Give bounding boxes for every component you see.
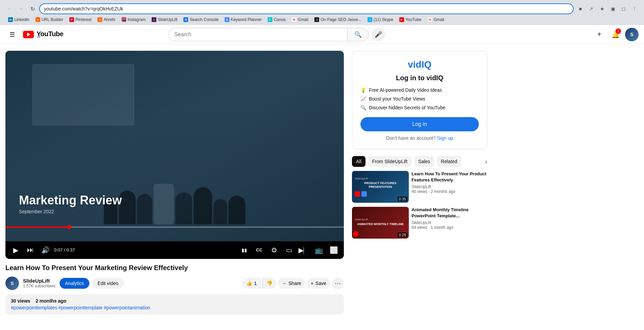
bookmark-keyword-planner[interactable]: G Keyword Planner (222, 16, 264, 23)
related-video-2[interactable]: SlideUpLift ANIMATED MONTHLY TIMELINE 0:… (352, 207, 487, 239)
related-channel-1: SlideUpLift (412, 184, 487, 189)
hamburger-button[interactable]: ☰ (5, 28, 19, 41)
bookmark-pinterest[interactable]: P Pinterest (67, 16, 94, 23)
forward-button[interactable]: → (16, 4, 26, 14)
back-button[interactable]: ← (5, 4, 14, 14)
bookmark-ahrefs[interactable]: A Ahrefs (95, 16, 118, 23)
theatre-button[interactable]: ▶⎸ (298, 244, 310, 256)
volume-button[interactable]: 🔊 (39, 244, 51, 256)
related-thumb-2: SlideUpLift ANIMATED MONTHLY TIMELINE 0:… (352, 207, 409, 239)
fullscreen-button[interactable]: ⬜ (328, 244, 340, 256)
bookmark-url-builder[interactable]: U URL Builder (33, 16, 66, 23)
bookmark-button[interactable]: ★ (597, 4, 607, 14)
create-icon: + (597, 30, 601, 38)
dislike-button[interactable]: 👎 (262, 278, 276, 289)
bookmark-search-console[interactable]: G Search Console (181, 16, 221, 23)
vidiq-logo-vid: vid (408, 59, 421, 70)
bookmark-gmail[interactable]: M Gmail (289, 16, 311, 23)
bookmark-on-page-seo[interactable]: J On Page SEO Jasve... (312, 16, 364, 23)
browser-nav: ← → ↻ youtube.com/watch?v=qrqOkHvEZUk ■ … (3, 2, 641, 16)
video-progress-area[interactable] (5, 226, 344, 228)
bookmark-linkedin-label: Linkedin (14, 17, 29, 22)
menu-button[interactable]: ⋮ (630, 4, 639, 14)
settings-button[interactable]: ⚙ (268, 244, 280, 256)
bookmark-linkedin[interactable]: in Linkedin (5, 16, 32, 23)
bookmark-slideuplift-label: SlideUpLift (158, 17, 177, 22)
thumb-text-2: ANIMATED MONTHLY TIMELINE (355, 221, 406, 227)
edit-video-button[interactable]: Edit video (92, 278, 124, 289)
related-info-2: Animated Monthly Timeline PowerPoint Tem… (412, 207, 487, 239)
thumb-down-icon: 👎 (267, 281, 272, 286)
next-button[interactable]: ⏭ (24, 244, 37, 256)
vidiq-feature-3: 🔍 Discover hidden Secrets of YouTube (360, 105, 479, 110)
more-options-button[interactable]: ⋯ (332, 277, 344, 289)
tabs-next-button[interactable]: › (485, 158, 487, 166)
chapter-button[interactable]: ▮▮ (238, 244, 250, 256)
vidiq-logo: vidIQ (360, 59, 479, 70)
share-button[interactable]: ↗ (586, 4, 596, 14)
bookmark-gmail2[interactable]: M Gmail (425, 16, 447, 23)
vidiq-login-button[interactable]: Log in (360, 117, 479, 131)
vidiq-title: Log in to vidIQ (360, 74, 479, 82)
tab-all[interactable]: All (352, 156, 365, 167)
tab-from-slideuplift[interactable]: From SlideUpLift (368, 156, 412, 167)
sidebar-button[interactable]: ◻ (619, 4, 628, 14)
main-content: Marketing Review September 2022 ▶ ⏭ 🔊 (0, 44, 644, 321)
bookmark-slideuplift[interactable]: S SlideUpLift (149, 16, 180, 23)
notifications-button[interactable]: 🔔 1 (609, 28, 622, 41)
analytics-button[interactable]: Analytics (60, 278, 89, 289)
notification-badge: 1 (616, 28, 621, 34)
bookmark-ahrefs-label: Ahrefs (104, 17, 115, 22)
bookmark-skype[interactable]: S (11) Skype (365, 16, 396, 23)
progress-bar[interactable] (5, 226, 344, 228)
thumb-red-icon (353, 232, 358, 237)
skype-icon: S (368, 17, 372, 22)
extensions-button[interactable]: ■ (576, 4, 585, 14)
microphone-button[interactable]: 🎤 (372, 28, 385, 41)
bookmark-instagram[interactable]: 📷 Instagram (119, 16, 148, 23)
create-button[interactable]: + (593, 28, 606, 41)
user-avatar[interactable]: S (625, 28, 639, 41)
url-bar[interactable]: youtube.com/watch?v=qrqOkHvEZUk (39, 3, 574, 14)
like-button[interactable]: 👍 1 (242, 278, 261, 289)
youtube-logo[interactable]: YouTube IN (23, 30, 63, 39)
tab-related[interactable]: Related (437, 156, 461, 167)
extensions-puzzle[interactable]: ▣ (608, 4, 618, 14)
save-button[interactable]: + Save (307, 278, 330, 289)
thumb-duration-1: 0:35 (398, 197, 407, 201)
vidiq-logo-iq: IQ (421, 59, 431, 70)
captions-button[interactable]: CC (253, 244, 265, 256)
miniplayer-button[interactable]: ▭ (283, 244, 295, 256)
bookmark-canva[interactable]: C Canva (265, 16, 288, 23)
vidiq-feature-1: 💡 Free AI-powered Daily Video Ideas (360, 87, 479, 93)
bookmark-url-builder-label: URL Builder (42, 17, 63, 22)
video-player[interactable]: Marketing Review September 2022 ▶ ⏭ 🔊 (5, 51, 344, 259)
related-meta-2: 69 views · 1 month ago (412, 225, 487, 230)
instagram-icon: 📷 (121, 17, 126, 22)
play-button[interactable]: ▶ (9, 244, 22, 256)
canva-icon: C (268, 17, 272, 22)
search-input[interactable] (169, 28, 347, 41)
cast-button[interactable]: 📺 (313, 244, 325, 256)
bookmark-gmail-label: Gmail (298, 17, 308, 22)
view-count: 30 views (11, 298, 30, 304)
channel-name: SlideUpLift (23, 278, 55, 284)
browser-action-buttons: ■ ↗ ★ ▣ ◻ ⋮ (576, 4, 639, 14)
linkedin-icon: in (8, 17, 13, 22)
bookmark-skype-label: (11) Skype (374, 17, 393, 22)
tab-sales[interactable]: Sales (414, 156, 434, 167)
search-console-icon: G (183, 17, 188, 22)
refresh-button[interactable]: ↻ (28, 4, 37, 14)
bookmark-youtube[interactable]: ▶ YouTube (397, 16, 424, 23)
bookmark-canva-label: Canva (274, 17, 286, 22)
share-button[interactable]: → Share (278, 278, 305, 289)
video-info: Learn How To Present Your Marketing Revi… (5, 263, 344, 314)
feature-3-emoji: 🔍 (360, 105, 366, 110)
search-button[interactable]: 🔍 (347, 28, 369, 41)
vidiq-signup-link[interactable]: Sign up (437, 135, 453, 141)
ahrefs-icon: A (97, 17, 102, 22)
related-video-1[interactable]: SlideUpLift PRODUCT FEATURES PRESENTATIO… (352, 171, 487, 203)
share-icon: → (282, 281, 287, 286)
channel-avatar[interactable]: S (5, 277, 19, 290)
video-description-tags[interactable]: #powerpointtemplates #powerpointtemplate… (11, 305, 338, 310)
